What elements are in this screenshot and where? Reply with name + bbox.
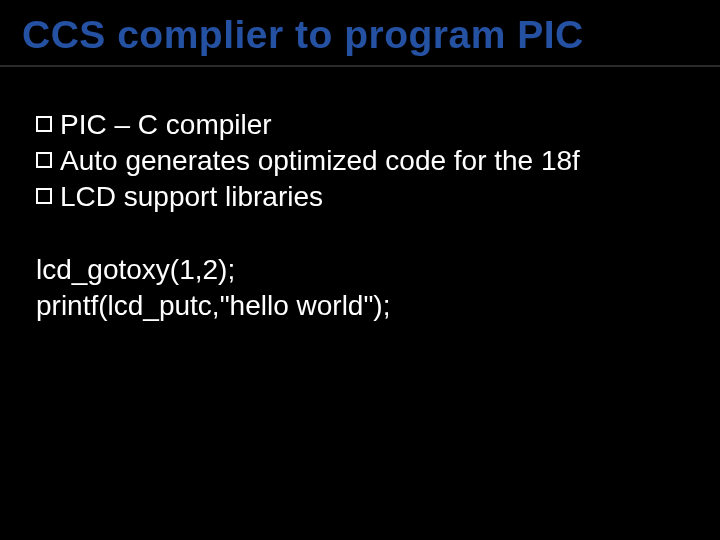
slide: CCS complier to program PIC PIC – C comp… bbox=[0, 0, 720, 540]
bullet-item: LCD support libraries bbox=[36, 179, 684, 215]
code-line: printf(lcd_putc,"hello world"); bbox=[36, 288, 684, 324]
slide-content: PIC – C compiler Auto generates optimize… bbox=[0, 67, 720, 324]
square-bullet-icon bbox=[36, 116, 52, 132]
bullet-item: Auto generates optimized code for the 18… bbox=[36, 143, 684, 179]
code-line: lcd_gotoxy(1,2); bbox=[36, 252, 684, 288]
code-block: lcd_gotoxy(1,2); printf(lcd_putc,"hello … bbox=[36, 252, 684, 324]
square-bullet-icon bbox=[36, 152, 52, 168]
bullet-text: LCD support libraries bbox=[60, 179, 323, 215]
bullet-text: Auto generates optimized code for the 18… bbox=[60, 143, 580, 179]
slide-title: CCS complier to program PIC bbox=[22, 14, 698, 57]
title-block: CCS complier to program PIC bbox=[0, 0, 720, 67]
square-bullet-icon bbox=[36, 188, 52, 204]
title-underline bbox=[0, 65, 720, 67]
bullet-text: PIC – C compiler bbox=[60, 107, 272, 143]
bullet-item: PIC – C compiler bbox=[36, 107, 684, 143]
